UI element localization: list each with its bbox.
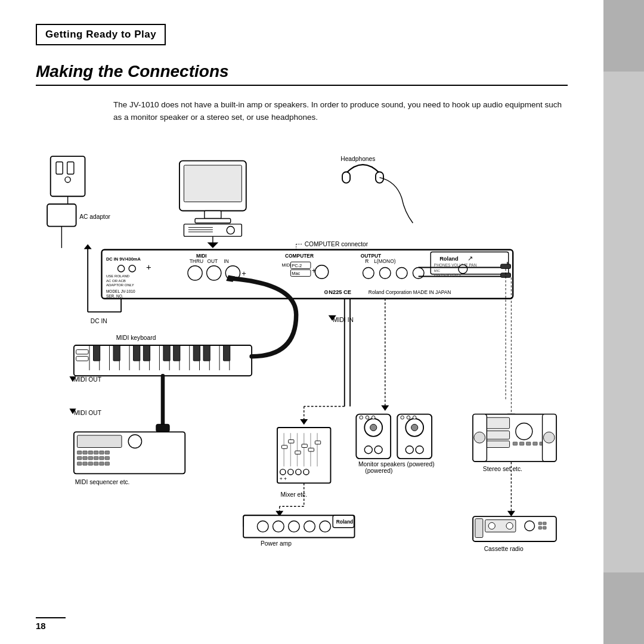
svg-point-196 xyxy=(289,521,300,532)
svg-point-150 xyxy=(304,469,309,475)
svg-rect-96 xyxy=(113,345,120,361)
svg-text:L(MONO): L(MONO) xyxy=(374,258,396,264)
svg-rect-111 xyxy=(77,435,122,448)
svg-point-171 xyxy=(401,416,404,419)
svg-rect-183 xyxy=(519,442,524,445)
header-banner-text: Getting Ready to Play xyxy=(45,29,156,40)
svg-rect-116 xyxy=(94,451,98,454)
svg-rect-119 xyxy=(77,456,81,460)
ac-adaptor-label: AC adaptor xyxy=(79,213,110,219)
svg-point-32 xyxy=(129,265,135,272)
svg-rect-117 xyxy=(100,451,104,454)
svg-text:Mac: Mac xyxy=(292,270,300,275)
svg-text:PHONES  VOLUME  PAN: PHONES VOLUME PAN xyxy=(434,263,477,267)
svg-rect-102 xyxy=(203,345,210,361)
description-text: The JV-1010 does not have a built-in amp… xyxy=(113,99,568,124)
svg-text:Roland Corporation   MADE IN J: Roland Corporation MADE IN JAPAN xyxy=(369,289,451,295)
svg-rect-20 xyxy=(342,172,350,183)
svg-rect-1 xyxy=(56,162,63,174)
svg-text:Roland: Roland xyxy=(439,256,459,262)
svg-rect-113 xyxy=(77,451,81,454)
svg-point-188 xyxy=(474,432,485,443)
svg-point-52 xyxy=(315,265,328,278)
svg-rect-97 xyxy=(134,345,140,361)
svg-rect-141 xyxy=(281,445,287,449)
svg-text:USE ROLAND: USE ROLAND xyxy=(106,274,130,278)
svg-rect-8 xyxy=(184,165,242,202)
computer-connector-label: COMPUTER connector xyxy=(305,241,369,247)
svg-point-41 xyxy=(188,266,202,280)
svg-marker-17 xyxy=(208,242,219,247)
midi-sequencer-label: MIDI sequencer etc. xyxy=(75,479,130,485)
svg-point-165 xyxy=(371,416,375,419)
svg-text:DC IN 9V/430mA: DC IN 9V/430mA xyxy=(106,256,141,262)
svg-point-205 xyxy=(488,522,495,529)
mixer-label: Mixer etc. xyxy=(281,491,307,497)
svg-point-15 xyxy=(227,226,234,234)
svg-point-190 xyxy=(543,432,555,443)
svg-text:+: + xyxy=(146,262,151,272)
svg-rect-185 xyxy=(533,442,537,445)
svg-point-194 xyxy=(257,521,268,532)
svg-text:⊙N225  CE: ⊙N225 CE xyxy=(324,289,351,295)
svg-marker-133 xyxy=(300,419,308,425)
svg-rect-118 xyxy=(105,451,109,454)
headphones-label: Headphones xyxy=(340,155,375,162)
svg-point-57 xyxy=(379,267,391,278)
midi-out1-label: MIDI OUT xyxy=(74,376,102,382)
svg-rect-130 xyxy=(105,462,109,466)
svg-rect-2 xyxy=(67,162,74,174)
svg-point-112 xyxy=(128,435,141,448)
svg-marker-202 xyxy=(507,511,515,516)
diagram-area: AC adaptor COMPUTER connector xyxy=(24,136,580,571)
svg-text:THRU: THRU xyxy=(190,258,203,264)
svg-rect-211 xyxy=(543,527,546,530)
svg-rect-4 xyxy=(47,204,76,226)
page-number: 18 xyxy=(36,617,66,631)
svg-rect-104 xyxy=(76,349,89,354)
svg-rect-10 xyxy=(195,218,231,222)
svg-point-160 xyxy=(370,424,377,431)
svg-rect-184 xyxy=(527,442,531,445)
svg-text:ADAPTOR ONLY: ADAPTOR ONLY xyxy=(106,283,134,287)
svg-point-147 xyxy=(280,469,286,475)
svg-point-197 xyxy=(304,521,315,532)
svg-rect-123 xyxy=(100,456,104,460)
midi-out2-label: MIDI OUT xyxy=(74,409,102,416)
svg-text:SER. NO.: SER. NO. xyxy=(106,294,123,298)
stereo-set-label: Stereo set etc. xyxy=(483,465,522,472)
svg-rect-122 xyxy=(94,456,98,460)
svg-rect-125 xyxy=(77,462,81,466)
svg-point-161 xyxy=(364,446,372,454)
svg-text:OUT: OUT xyxy=(208,258,218,264)
dc-in-label: DC IN xyxy=(91,318,107,324)
svg-point-206 xyxy=(506,522,513,529)
svg-point-207 xyxy=(525,521,535,531)
svg-text:↗: ↗ xyxy=(467,255,473,262)
svg-point-42 xyxy=(207,266,221,280)
svg-point-148 xyxy=(288,469,293,475)
svg-point-31 xyxy=(118,265,125,272)
page-container: Getting Ready to Play Making the Connect… xyxy=(0,0,644,644)
svg-text:IN: IN xyxy=(224,258,229,264)
svg-rect-129 xyxy=(100,462,104,466)
svg-marker-67 xyxy=(84,244,92,249)
svg-point-27 xyxy=(459,265,467,274)
header-banner: Getting Ready to Play xyxy=(36,24,166,45)
svg-point-164 xyxy=(366,416,369,419)
svg-rect-212 xyxy=(475,519,483,538)
svg-rect-99 xyxy=(163,345,170,361)
svg-rect-101 xyxy=(193,345,200,361)
svg-rect-182 xyxy=(513,442,517,445)
svg-text:PC-2: PC-2 xyxy=(292,262,302,268)
svg-text:MIC: MIC xyxy=(434,269,440,273)
svg-text:MODEL JV-1010: MODEL JV-1010 xyxy=(106,289,135,293)
svg-point-162 xyxy=(374,446,382,454)
svg-text:+ +: + + xyxy=(280,476,287,482)
svg-text:(powered): (powered) xyxy=(365,467,392,474)
svg-rect-145 xyxy=(308,448,314,451)
svg-point-198 xyxy=(320,521,331,532)
svg-point-149 xyxy=(296,469,301,475)
svg-marker-157 xyxy=(381,405,389,411)
connection-diagram: AC adaptor COMPUTER connector xyxy=(24,136,580,571)
